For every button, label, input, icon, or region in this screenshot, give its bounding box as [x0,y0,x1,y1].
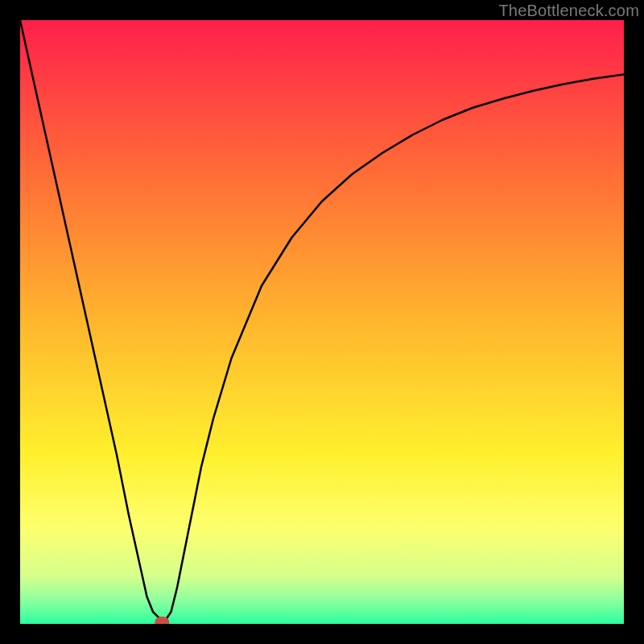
chart-svg [20,20,624,624]
plot-area [20,20,624,624]
attribution-label: TheBottleneck.com [498,2,639,20]
gradient-background [20,20,624,624]
chart-container: TheBottleneck.com [0,0,644,644]
